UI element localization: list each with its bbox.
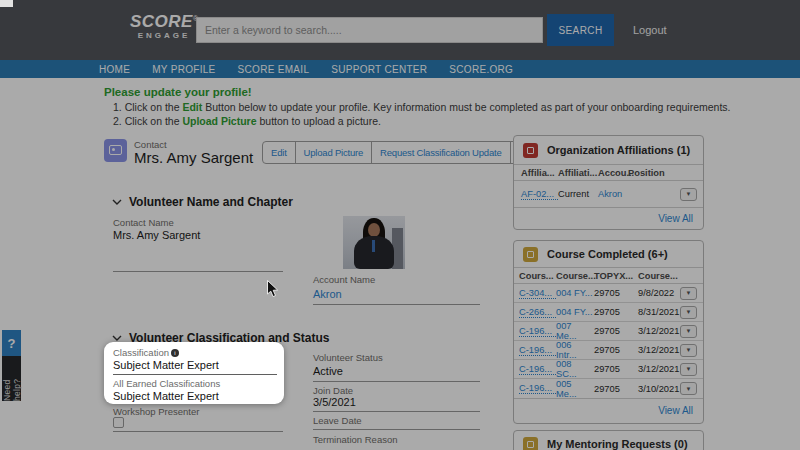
classification-label-row: Classification i xyxy=(113,347,179,358)
field-underline xyxy=(113,374,277,375)
classification-label: Classification xyxy=(113,347,169,358)
info-icon[interactable]: i xyxy=(171,349,179,357)
all-earned-classifications-label: All Earned Classifications xyxy=(113,378,220,389)
all-earned-classifications-value: Subject Matter Expert xyxy=(113,390,219,402)
mouse-cursor xyxy=(266,280,279,303)
classification-highlight: Classification i Subject Matter Expert A… xyxy=(104,342,284,404)
corner-strip xyxy=(0,0,13,7)
classification-value: Subject Matter Expert xyxy=(113,359,219,371)
score-engage-page: SCORE® ENGAGE SEARCH Logout HOME MY PROF… xyxy=(0,0,800,450)
